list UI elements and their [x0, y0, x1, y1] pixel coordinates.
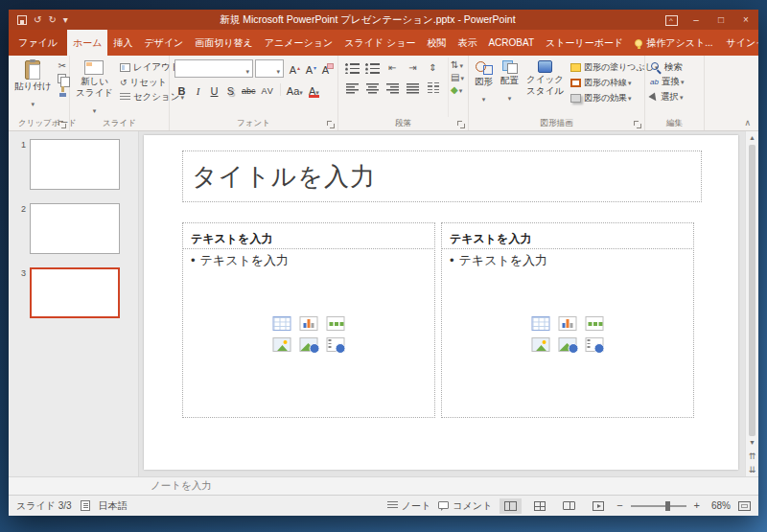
tab-file[interactable]: ファイル: [9, 30, 67, 56]
tab-slideshow[interactable]: スライド ショー: [338, 30, 421, 56]
left-content-placeholder[interactable]: •テキストを入力: [182, 248, 435, 418]
qat-customize-icon[interactable]: ▾: [63, 15, 68, 25]
shapes-button[interactable]: 図形: [471, 58, 497, 117]
slide-thumbnail-3[interactable]: 3: [14, 267, 138, 318]
tab-storyboard[interactable]: ストーリーボード: [540, 30, 629, 56]
undo-icon[interactable]: ↺: [34, 15, 41, 25]
proofing-button[interactable]: [81, 500, 90, 511]
reading-view-button[interactable]: [558, 498, 580, 513]
scroll-up-button[interactable]: ▲: [746, 131, 759, 145]
bold-button[interactable]: B: [174, 81, 189, 98]
slide-sorter-view-button[interactable]: [529, 498, 550, 514]
zoom-in-button[interactable]: +: [694, 500, 700, 511]
numbering-button[interactable]: [363, 59, 382, 76]
font-dialog-launcher-icon[interactable]: [327, 121, 335, 128]
next-slide-button[interactable]: ⇊: [746, 463, 759, 476]
right-content-placeholder[interactable]: •テキストを入力: [441, 248, 694, 418]
paragraph-dialog-launcher-icon[interactable]: [457, 121, 465, 128]
save-icon[interactable]: [17, 15, 27, 25]
insert-video-icon[interactable]: [327, 337, 345, 352]
redo-icon[interactable]: ↻: [48, 15, 56, 25]
copy-button[interactable]: [58, 74, 67, 83]
scroll-down-button[interactable]: ▼: [746, 436, 759, 450]
strikethrough-button[interactable]: abc: [240, 81, 258, 98]
insert-chart-icon[interactable]: [300, 316, 318, 331]
close-button[interactable]: ×: [733, 10, 758, 30]
scrollbar-track[interactable]: [746, 145, 758, 436]
vertical-scrollbar[interactable]: ▲ ▼ ⇈ ⇊: [745, 131, 758, 476]
comments-toggle-button[interactable]: コメント: [438, 499, 492, 513]
collapse-ribbon-button[interactable]: ∧: [744, 118, 751, 127]
insert-table-icon[interactable]: [532, 316, 550, 331]
slide-thumbnail-1[interactable]: 1: [14, 139, 138, 190]
insert-table-icon[interactable]: [273, 316, 291, 331]
notes-toggle-button[interactable]: ノート: [387, 499, 430, 513]
ribbon-display-options-button[interactable]: ^: [659, 10, 684, 30]
new-slide-button[interactable]: 新しい スライド: [72, 58, 117, 117]
insert-smartart-icon[interactable]: [327, 316, 345, 331]
align-center-button[interactable]: [363, 80, 382, 96]
slide-thumbnail-image[interactable]: [30, 139, 120, 190]
quick-styles-button[interactable]: クイック スタイル: [523, 58, 568, 117]
right-caption-placeholder[interactable]: テキストを入力: [441, 222, 694, 249]
align-left-button[interactable]: [343, 80, 361, 96]
arrange-button[interactable]: 配置: [497, 58, 523, 117]
font-size-combobox[interactable]: [255, 59, 284, 78]
text-direction-button[interactable]: ⇅: [451, 60, 464, 70]
insert-online-pictures-icon[interactable]: [559, 337, 577, 352]
zoom-out-button[interactable]: −: [616, 500, 622, 511]
tab-transitions[interactable]: 画面切り替え: [189, 30, 258, 56]
clear-formatting-button[interactable]: A: [318, 60, 333, 77]
text-shadow-button[interactable]: S: [223, 81, 238, 98]
insert-online-pictures-icon[interactable]: [300, 337, 318, 352]
increase-font-size-button[interactable]: A: [286, 60, 300, 77]
increase-indent-button[interactable]: ⇥: [404, 59, 422, 76]
change-case-button[interactable]: Aa: [285, 81, 305, 98]
insert-smartart-icon[interactable]: [586, 316, 604, 331]
insert-chart-icon[interactable]: [559, 316, 577, 331]
insert-video-icon[interactable]: [586, 337, 604, 352]
maximize-button[interactable]: □: [709, 10, 733, 30]
zoom-slider[interactable]: [631, 499, 686, 513]
normal-view-button[interactable]: [500, 498, 522, 514]
slide-canvas[interactable]: タイトルを入力 テキストを入力 •テキストを入力: [144, 135, 738, 470]
tell-me-box[interactable]: 操作アシスト...: [629, 30, 718, 56]
insert-pictures-icon[interactable]: [273, 337, 291, 352]
convert-to-smartart-button[interactable]: ◆: [451, 85, 464, 95]
zoom-slider-handle[interactable]: [665, 501, 670, 511]
language-button[interactable]: 日本語: [99, 499, 128, 513]
tab-view[interactable]: 表示: [452, 30, 482, 56]
scrollbar-thumb[interactable]: [749, 145, 755, 436]
decrease-font-size-button[interactable]: A: [302, 60, 316, 77]
tab-review[interactable]: 校閲: [421, 30, 452, 56]
tab-insert[interactable]: 挿入: [107, 30, 138, 56]
slideshow-view-button[interactable]: [588, 498, 609, 514]
justify-button[interactable]: [404, 80, 422, 96]
italic-button[interactable]: I: [191, 81, 205, 98]
title-placeholder[interactable]: タイトルを入力: [182, 150, 702, 202]
select-button[interactable]: 選択: [650, 91, 684, 104]
align-text-button[interactable]: ▤: [451, 73, 464, 82]
find-button[interactable]: 検索: [650, 61, 684, 73]
notes-pane[interactable]: ノートを入力: [9, 476, 758, 495]
replace-button[interactable]: ab置換: [650, 76, 684, 88]
font-name-combobox[interactable]: [174, 59, 253, 78]
columns-button[interactable]: [424, 80, 442, 96]
tab-home[interactable]: ホーム: [67, 30, 107, 56]
left-caption-placeholder[interactable]: テキストを入力: [182, 222, 435, 249]
tab-design[interactable]: デザイン: [138, 30, 189, 56]
cut-button[interactable]: ✂: [58, 61, 67, 71]
underline-button[interactable]: U: [207, 81, 221, 98]
drawing-dialog-launcher-icon[interactable]: [634, 121, 641, 128]
line-spacing-button[interactable]: ⇕: [424, 59, 442, 76]
slide-thumbnail-image-selected[interactable]: [30, 267, 120, 318]
slide-thumbnail-2[interactable]: 2: [14, 203, 138, 254]
slide-thumbnail-image[interactable]: [30, 203, 120, 254]
sign-in-button[interactable]: サインイン: [718, 30, 758, 56]
bullets-button[interactable]: [343, 59, 361, 76]
insert-pictures-icon[interactable]: [532, 337, 550, 352]
format-painter-button[interactable]: [58, 86, 67, 97]
zoom-level[interactable]: 68%: [708, 500, 731, 511]
previous-slide-button[interactable]: ⇈: [746, 450, 759, 463]
font-color-button[interactable]: A: [307, 81, 321, 98]
